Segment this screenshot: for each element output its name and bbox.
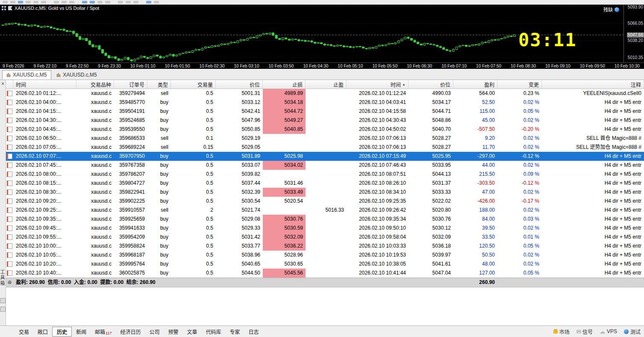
bottom-tab-历史[interactable]: 历史 xyxy=(52,327,72,337)
table-row[interactable]: 2026.02.10 04:15:...xauusd.c359504191buy… xyxy=(6,107,644,116)
bottom-tab-代码库[interactable]: 代码库 xyxy=(202,327,226,336)
cell-tp: 5016.33 xyxy=(306,206,347,215)
toolbar-icon[interactable] xyxy=(154,1,159,3)
column-header-sym[interactable]: 交易品种 xyxy=(76,80,114,89)
table-row[interactable]: 2026.02.10 06:50:...xauusd.c359686533sel… xyxy=(6,134,644,143)
toolbar-icon[interactable] xyxy=(82,1,87,3)
cell-chg: 0.02 % xyxy=(497,134,542,143)
table-row[interactable]: 2026.02.10 10:40:...xauusd.c360025875buy… xyxy=(6,269,644,278)
cell-typ: sell xyxy=(147,134,171,143)
toolbar-icon[interactable] xyxy=(97,1,103,3)
toolbar-icon[interactable] xyxy=(18,1,23,3)
cell-time: 2026.02.10 06:50:... xyxy=(13,134,76,143)
cell-ord: 359707950 xyxy=(114,152,147,161)
time-axis[interactable]: 9 Feb 20269 Feb 22:109 Feb 22:509 Feb 23… xyxy=(0,62,644,69)
table-row[interactable]: 2026.02.10 10:05:...xauusd.c359968187buy… xyxy=(6,251,644,260)
status-item-市场[interactable]: 市场 xyxy=(553,328,570,335)
cell-profit: -297.00 xyxy=(453,152,497,161)
toolbox-vertical-label[interactable]: 工具箱 xyxy=(0,269,6,286)
column-header-ord[interactable]: 订单号 xyxy=(114,80,147,89)
chart-tab-0[interactable]: XAUUSD.c,M5 xyxy=(2,70,51,80)
table-row[interactable]: 2026.02.10 09:20:...xauusd.c359902225buy… xyxy=(6,197,644,206)
table-row[interactable]: 2026.02.10 04:30:...xauusd.c359524685buy… xyxy=(6,116,644,125)
cell-sym: xauusd.c xyxy=(76,98,114,107)
indicator-icon xyxy=(615,7,619,12)
table-row[interactable]: 2026.02.10 07:05:...xauusd.c359689224sel… xyxy=(6,143,644,152)
table-row[interactable]: 2026.02.10 09:35:...xauusd.c359925659buy… xyxy=(6,215,644,224)
table-row[interactable]: 2026.02.10 01:12:...xauusd.c359279494sel… xyxy=(6,89,644,98)
bottom-tab-新闻[interactable]: 新闻 xyxy=(72,327,91,336)
cell-price: 5001.31 xyxy=(216,89,263,98)
price-scale[interactable]: 5093.905066.055047.665038.205010.35 xyxy=(623,5,644,63)
toolbox-close-button[interactable]: × xyxy=(0,80,6,89)
toolbar-icon[interactable] xyxy=(33,1,38,3)
column-header-cm[interactable]: 注释 xyxy=(542,80,644,89)
table-row[interactable]: 2026.02.10 04:00:...xauusd.c359485770buy… xyxy=(6,98,644,107)
bottom-tab-经济日历[interactable]: 经济日历 xyxy=(116,327,145,336)
toolbar-icon[interactable] xyxy=(118,1,123,3)
panel-icon[interactable] xyxy=(0,307,6,312)
toolbar-icon[interactable] xyxy=(133,1,138,3)
toolbar-icon[interactable] xyxy=(26,1,31,3)
table-row[interactable]: 2026.02.10 09:55:...xauusd.c359954209buy… xyxy=(6,233,644,242)
table-row[interactable]: 2026.02.10 10:00:...xauusd.c359958824buy… xyxy=(6,242,644,251)
cell-ctime: 2026.02.10 04:15:58 xyxy=(347,107,409,116)
cell-ord: 359539550 xyxy=(114,125,147,134)
toolbar-icon[interactable] xyxy=(90,1,95,3)
bottom-tab-日志[interactable]: 日志 xyxy=(244,327,263,336)
bottom-tab-公司[interactable]: 公司 xyxy=(145,327,164,336)
toolbar-icon[interactable] xyxy=(3,1,8,3)
column-header-ctime[interactable]: 时间▲ xyxy=(347,80,409,89)
column-header-time[interactable]: 时间 xyxy=(13,80,76,89)
table-row[interactable]: 2026.02.10 09:25:...xauusd.c359910557sel… xyxy=(6,206,644,215)
column-header-price[interactable]: 价位 xyxy=(216,80,263,89)
toolbar-icon[interactable] xyxy=(146,1,151,3)
bottom-tab-专家[interactable]: 专家 xyxy=(226,327,244,336)
column-header-profit[interactable]: 盈利 xyxy=(453,80,497,89)
table-row[interactable]: 2026.02.10 07:07:...xauusd.c359707950buy… xyxy=(6,152,644,161)
cell-sym: xauusd.c xyxy=(76,242,114,251)
cell-chg: 0.09 % xyxy=(497,170,542,179)
column-header-typ[interactable]: 类型 xyxy=(147,80,171,89)
column-header-sl[interactable]: 止损 xyxy=(263,80,306,89)
cell-chg: 0.05 % xyxy=(497,107,542,116)
bottom-tab-邮箱[interactable]: 邮箱117 xyxy=(91,327,116,336)
table-row[interactable]: 2026.02.10 10:20:...xauusd.c359995764buy… xyxy=(6,260,644,269)
table-row[interactable]: 2026.02.10 09:45:...xauusd.c359941633buy… xyxy=(6,224,644,233)
column-header-tp[interactable]: 止盈 xyxy=(306,80,347,89)
column-header-cprice[interactable]: 价位 xyxy=(409,80,453,89)
toolbar-icon[interactable] xyxy=(105,1,110,3)
table-row[interactable]: 2026.02.10 08:15:...xauusd.c359804727buy… xyxy=(6,179,644,188)
chart-tab-1[interactable]: XAUUSD.c,M5 xyxy=(52,70,101,80)
status-item-测试[interactable]: 测试 xyxy=(624,328,641,335)
bottom-tab-预警[interactable]: 预警 xyxy=(164,327,182,336)
column-header-vol[interactable]: 交易量 xyxy=(171,80,216,89)
column-header-chg[interactable]: 变更 xyxy=(497,80,542,89)
expand-icon[interactable]: ⊕ xyxy=(6,278,13,287)
table-row[interactable]: 2026.02.10 08:00:...xauusd.c359786207buy… xyxy=(6,170,644,179)
cell-vol: 0.5 xyxy=(171,215,216,224)
toolbar-icon[interactable] xyxy=(54,1,59,3)
toolbar-icon[interactable] xyxy=(41,1,46,3)
bottom-tab-交易[interactable]: 交易 xyxy=(15,327,33,336)
bottom-tab-label: 代码库 xyxy=(206,328,221,335)
cell-cprice: 5047.04 xyxy=(409,269,453,278)
status-item-label: 市场 xyxy=(559,328,570,335)
bottom-tab-文章[interactable]: 文章 xyxy=(182,327,201,336)
cell-cm: H4 dir + M5 entr xyxy=(542,197,644,206)
table-row[interactable]: 2026.02.10 08:30:...xauusd.c359822941buy… xyxy=(6,188,644,197)
cell-ctime: 2026.02.10 04:30:43 xyxy=(347,116,409,125)
table-row[interactable]: 2026.02.10 04:45:...xauusd.c359539550buy… xyxy=(6,125,644,134)
table-row[interactable]: 2026.02.10 07:45:...xauusd.c359767358buy… xyxy=(6,161,644,170)
status-item-VPS[interactable]: ☁VPS xyxy=(600,328,617,334)
bottom-tab-敞口[interactable]: 敞口 xyxy=(33,327,52,336)
cell-ord: 359902225 xyxy=(114,197,147,206)
toolbar-icon[interactable] xyxy=(69,1,74,3)
status-item-信号[interactable]: ((•))信号 xyxy=(576,328,593,335)
cell-profit: 11.70 xyxy=(453,143,497,152)
toolbar-icon[interactable] xyxy=(126,1,131,3)
panel-icon[interactable] xyxy=(0,298,6,303)
toolbar-icon[interactable] xyxy=(62,1,67,3)
order-icon xyxy=(6,188,13,197)
toolbar-icon[interactable] xyxy=(10,1,15,3)
